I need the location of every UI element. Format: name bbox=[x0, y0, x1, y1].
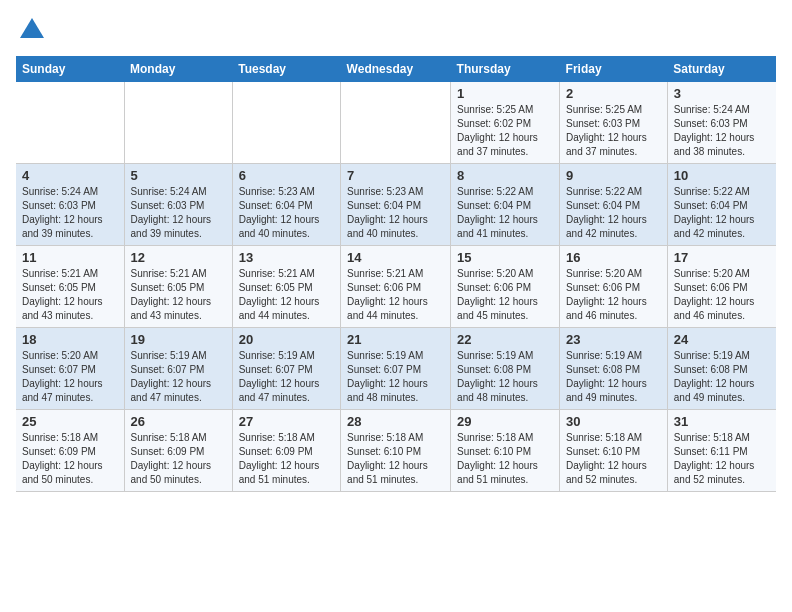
calendar-cell: 16Sunrise: 5:20 AM Sunset: 6:06 PM Dayli… bbox=[560, 246, 668, 328]
day-number: 28 bbox=[347, 414, 444, 429]
day-detail: Sunrise: 5:24 AM Sunset: 6:03 PM Dayligh… bbox=[131, 185, 226, 241]
day-number: 25 bbox=[22, 414, 118, 429]
day-detail: Sunrise: 5:24 AM Sunset: 6:03 PM Dayligh… bbox=[22, 185, 118, 241]
calendar-cell: 11Sunrise: 5:21 AM Sunset: 6:05 PM Dayli… bbox=[16, 246, 124, 328]
day-detail: Sunrise: 5:22 AM Sunset: 6:04 PM Dayligh… bbox=[457, 185, 553, 241]
calendar-cell: 6Sunrise: 5:23 AM Sunset: 6:04 PM Daylig… bbox=[232, 164, 340, 246]
day-number: 27 bbox=[239, 414, 334, 429]
day-number: 16 bbox=[566, 250, 661, 265]
day-detail: Sunrise: 5:18 AM Sunset: 6:09 PM Dayligh… bbox=[131, 431, 226, 487]
day-detail: Sunrise: 5:20 AM Sunset: 6:06 PM Dayligh… bbox=[566, 267, 661, 323]
page-header bbox=[16, 16, 776, 44]
logo bbox=[16, 16, 46, 44]
calendar-cell: 14Sunrise: 5:21 AM Sunset: 6:06 PM Dayli… bbox=[341, 246, 451, 328]
calendar-week-row: 11Sunrise: 5:21 AM Sunset: 6:05 PM Dayli… bbox=[16, 246, 776, 328]
logo-icon bbox=[18, 16, 46, 44]
calendar-cell: 29Sunrise: 5:18 AM Sunset: 6:10 PM Dayli… bbox=[451, 410, 560, 492]
day-number: 21 bbox=[347, 332, 444, 347]
day-number: 7 bbox=[347, 168, 444, 183]
calendar-body: 1Sunrise: 5:25 AM Sunset: 6:02 PM Daylig… bbox=[16, 82, 776, 492]
calendar-cell: 21Sunrise: 5:19 AM Sunset: 6:07 PM Dayli… bbox=[341, 328, 451, 410]
day-detail: Sunrise: 5:21 AM Sunset: 6:06 PM Dayligh… bbox=[347, 267, 444, 323]
day-detail: Sunrise: 5:18 AM Sunset: 6:11 PM Dayligh… bbox=[674, 431, 770, 487]
day-number: 5 bbox=[131, 168, 226, 183]
calendar-cell: 18Sunrise: 5:20 AM Sunset: 6:07 PM Dayli… bbox=[16, 328, 124, 410]
day-detail: Sunrise: 5:25 AM Sunset: 6:02 PM Dayligh… bbox=[457, 103, 553, 159]
calendar-cell bbox=[124, 82, 232, 164]
day-of-week-header: Monday bbox=[124, 56, 232, 82]
day-number: 11 bbox=[22, 250, 118, 265]
day-detail: Sunrise: 5:19 AM Sunset: 6:07 PM Dayligh… bbox=[239, 349, 334, 405]
calendar-cell: 2Sunrise: 5:25 AM Sunset: 6:03 PM Daylig… bbox=[560, 82, 668, 164]
calendar-cell: 13Sunrise: 5:21 AM Sunset: 6:05 PM Dayli… bbox=[232, 246, 340, 328]
calendar-cell: 19Sunrise: 5:19 AM Sunset: 6:07 PM Dayli… bbox=[124, 328, 232, 410]
day-detail: Sunrise: 5:22 AM Sunset: 6:04 PM Dayligh… bbox=[566, 185, 661, 241]
calendar-cell: 17Sunrise: 5:20 AM Sunset: 6:06 PM Dayli… bbox=[667, 246, 776, 328]
calendar-table: SundayMondayTuesdayWednesdayThursdayFrid… bbox=[16, 56, 776, 492]
day-number: 15 bbox=[457, 250, 553, 265]
day-of-week-header: Sunday bbox=[16, 56, 124, 82]
day-detail: Sunrise: 5:18 AM Sunset: 6:09 PM Dayligh… bbox=[239, 431, 334, 487]
calendar-cell: 5Sunrise: 5:24 AM Sunset: 6:03 PM Daylig… bbox=[124, 164, 232, 246]
calendar-cell: 8Sunrise: 5:22 AM Sunset: 6:04 PM Daylig… bbox=[451, 164, 560, 246]
calendar-cell: 30Sunrise: 5:18 AM Sunset: 6:10 PM Dayli… bbox=[560, 410, 668, 492]
calendar-cell: 31Sunrise: 5:18 AM Sunset: 6:11 PM Dayli… bbox=[667, 410, 776, 492]
calendar-header: SundayMondayTuesdayWednesdayThursdayFrid… bbox=[16, 56, 776, 82]
calendar-cell: 25Sunrise: 5:18 AM Sunset: 6:09 PM Dayli… bbox=[16, 410, 124, 492]
day-number: 31 bbox=[674, 414, 770, 429]
day-detail: Sunrise: 5:19 AM Sunset: 6:08 PM Dayligh… bbox=[566, 349, 661, 405]
day-number: 18 bbox=[22, 332, 118, 347]
day-detail: Sunrise: 5:23 AM Sunset: 6:04 PM Dayligh… bbox=[347, 185, 444, 241]
day-of-week-header: Saturday bbox=[667, 56, 776, 82]
header-row: SundayMondayTuesdayWednesdayThursdayFrid… bbox=[16, 56, 776, 82]
calendar-week-row: 4Sunrise: 5:24 AM Sunset: 6:03 PM Daylig… bbox=[16, 164, 776, 246]
calendar-cell: 15Sunrise: 5:20 AM Sunset: 6:06 PM Dayli… bbox=[451, 246, 560, 328]
calendar-cell: 22Sunrise: 5:19 AM Sunset: 6:08 PM Dayli… bbox=[451, 328, 560, 410]
day-detail: Sunrise: 5:23 AM Sunset: 6:04 PM Dayligh… bbox=[239, 185, 334, 241]
day-number: 9 bbox=[566, 168, 661, 183]
day-number: 29 bbox=[457, 414, 553, 429]
svg-marker-0 bbox=[20, 18, 44, 38]
day-number: 2 bbox=[566, 86, 661, 101]
day-detail: Sunrise: 5:18 AM Sunset: 6:10 PM Dayligh… bbox=[457, 431, 553, 487]
day-number: 23 bbox=[566, 332, 661, 347]
calendar-cell: 9Sunrise: 5:22 AM Sunset: 6:04 PM Daylig… bbox=[560, 164, 668, 246]
day-of-week-header: Thursday bbox=[451, 56, 560, 82]
day-number: 30 bbox=[566, 414, 661, 429]
day-detail: Sunrise: 5:18 AM Sunset: 6:09 PM Dayligh… bbox=[22, 431, 118, 487]
day-detail: Sunrise: 5:25 AM Sunset: 6:03 PM Dayligh… bbox=[566, 103, 661, 159]
calendar-cell: 23Sunrise: 5:19 AM Sunset: 6:08 PM Dayli… bbox=[560, 328, 668, 410]
day-detail: Sunrise: 5:24 AM Sunset: 6:03 PM Dayligh… bbox=[674, 103, 770, 159]
day-detail: Sunrise: 5:19 AM Sunset: 6:07 PM Dayligh… bbox=[347, 349, 444, 405]
day-detail: Sunrise: 5:19 AM Sunset: 6:08 PM Dayligh… bbox=[457, 349, 553, 405]
day-number: 1 bbox=[457, 86, 553, 101]
day-detail: Sunrise: 5:18 AM Sunset: 6:10 PM Dayligh… bbox=[566, 431, 661, 487]
calendar-cell bbox=[232, 82, 340, 164]
day-detail: Sunrise: 5:21 AM Sunset: 6:05 PM Dayligh… bbox=[239, 267, 334, 323]
day-number: 6 bbox=[239, 168, 334, 183]
day-number: 13 bbox=[239, 250, 334, 265]
calendar-week-row: 1Sunrise: 5:25 AM Sunset: 6:02 PM Daylig… bbox=[16, 82, 776, 164]
day-detail: Sunrise: 5:22 AM Sunset: 6:04 PM Dayligh… bbox=[674, 185, 770, 241]
calendar-cell: 27Sunrise: 5:18 AM Sunset: 6:09 PM Dayli… bbox=[232, 410, 340, 492]
day-detail: Sunrise: 5:21 AM Sunset: 6:05 PM Dayligh… bbox=[22, 267, 118, 323]
calendar-week-row: 18Sunrise: 5:20 AM Sunset: 6:07 PM Dayli… bbox=[16, 328, 776, 410]
day-of-week-header: Wednesday bbox=[341, 56, 451, 82]
day-number: 10 bbox=[674, 168, 770, 183]
day-number: 3 bbox=[674, 86, 770, 101]
day-detail: Sunrise: 5:18 AM Sunset: 6:10 PM Dayligh… bbox=[347, 431, 444, 487]
day-number: 19 bbox=[131, 332, 226, 347]
calendar-cell: 10Sunrise: 5:22 AM Sunset: 6:04 PM Dayli… bbox=[667, 164, 776, 246]
calendar-cell: 12Sunrise: 5:21 AM Sunset: 6:05 PM Dayli… bbox=[124, 246, 232, 328]
day-number: 17 bbox=[674, 250, 770, 265]
day-number: 24 bbox=[674, 332, 770, 347]
day-number: 8 bbox=[457, 168, 553, 183]
day-detail: Sunrise: 5:21 AM Sunset: 6:05 PM Dayligh… bbox=[131, 267, 226, 323]
calendar-cell: 20Sunrise: 5:19 AM Sunset: 6:07 PM Dayli… bbox=[232, 328, 340, 410]
day-detail: Sunrise: 5:19 AM Sunset: 6:08 PM Dayligh… bbox=[674, 349, 770, 405]
calendar-cell: 7Sunrise: 5:23 AM Sunset: 6:04 PM Daylig… bbox=[341, 164, 451, 246]
calendar-cell: 1Sunrise: 5:25 AM Sunset: 6:02 PM Daylig… bbox=[451, 82, 560, 164]
calendar-week-row: 25Sunrise: 5:18 AM Sunset: 6:09 PM Dayli… bbox=[16, 410, 776, 492]
day-number: 4 bbox=[22, 168, 118, 183]
day-detail: Sunrise: 5:19 AM Sunset: 6:07 PM Dayligh… bbox=[131, 349, 226, 405]
